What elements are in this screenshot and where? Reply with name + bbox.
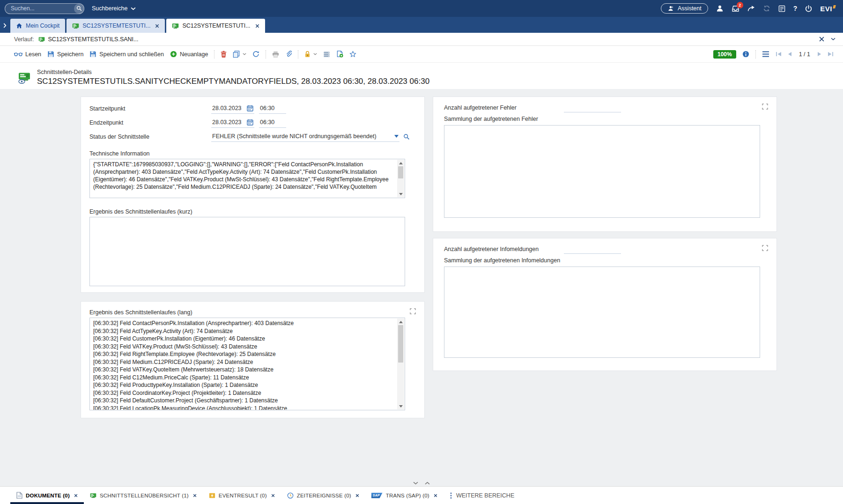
expand-icon[interactable]: [762, 104, 768, 110]
close-history-icon[interactable]: [819, 37, 824, 42]
assistant-button[interactable]: Assistent: [661, 3, 708, 14]
zoom-badge[interactable]: 100%: [713, 50, 736, 59]
status-dropdown[interactable]: FEHLER (Schnittstelle wurde NICHT ordnun…: [211, 132, 399, 142]
tech-info-box[interactable]: {"STARTDATE":1679985030937,"LOGGING":[],…: [89, 159, 405, 198]
print-button[interactable]: [272, 51, 279, 58]
scroll-down-icon[interactable]: [397, 191, 404, 197]
error-count-field[interactable]: [564, 104, 621, 112]
bottom-tab-dokumente[interactable]: DOKUMENTE (0): [10, 487, 84, 504]
scroll-down-icon[interactable]: [397, 403, 404, 409]
refresh-icon: [252, 51, 259, 58]
close-icon[interactable]: [355, 494, 359, 497]
title-block: Schnittstellen-Details SC12SYSTEMTESTUTI…: [37, 69, 429, 86]
close-icon[interactable]: [271, 494, 275, 497]
calendar-icon[interactable]: [247, 119, 253, 126]
notifications-icon[interactable]: 2: [732, 5, 739, 12]
history-label: Verlauf:: [14, 36, 34, 43]
read-button[interactable]: Lesen: [14, 51, 41, 58]
event-icon: [209, 492, 215, 499]
help-icon[interactable]: ?: [793, 5, 798, 12]
menu-icon[interactable]: [762, 51, 769, 57]
scrollbar-track[interactable]: [397, 325, 404, 403]
more-areas-button[interactable]: WEITERE BEREICHE: [444, 487, 521, 504]
lock-button[interactable]: [304, 51, 311, 58]
save-button[interactable]: Speichern: [47, 51, 83, 58]
create-button[interactable]: Neuanlage: [170, 51, 208, 58]
toolbar-divider: [755, 50, 756, 59]
status-label: Status der Schnittstelle: [89, 133, 211, 140]
lock-menu-chevron-icon[interactable]: [313, 53, 317, 55]
tab-interface-2-active[interactable]: SC12SYSTEMTESTUTI...: [166, 19, 265, 33]
sync-icon[interactable]: [763, 5, 770, 12]
add-note-button[interactable]: [336, 51, 343, 58]
copy-menu-chevron-icon[interactable]: [243, 53, 246, 55]
tech-info-label: Technische Information: [81, 150, 424, 157]
first-page-icon[interactable]: [776, 52, 782, 57]
expand-icon[interactable]: [410, 308, 416, 314]
global-search: [5, 3, 84, 14]
bottom-tab-eventresult[interactable]: EVENTRESULT (0): [203, 487, 281, 504]
scrollbar[interactable]: [397, 319, 404, 409]
dropdown-arrow-icon[interactable]: [394, 135, 399, 138]
error-collection-box[interactable]: [444, 125, 760, 218]
bottom-tab-trans-sap[interactable]: SAP TRANS (SAP) (0): [365, 487, 444, 504]
calendar-icon[interactable]: [247, 105, 253, 111]
search-icon[interactable]: [74, 4, 84, 14]
status-lookup-icon[interactable]: [403, 133, 410, 140]
scrollbar-thumb[interactable]: [398, 325, 403, 363]
delete-button[interactable]: [221, 51, 227, 58]
save-and-close-button[interactable]: Speichern und schließen: [89, 51, 164, 58]
prev-page-icon[interactable]: [788, 52, 792, 57]
end-date-field[interactable]: 28.03.2023: [211, 118, 254, 128]
start-date-field[interactable]: 28.03.2023: [211, 104, 254, 114]
last-page-icon[interactable]: [828, 52, 834, 57]
scroll-up-icon[interactable]: [397, 319, 404, 325]
favorite-button[interactable]: [349, 51, 356, 58]
search-input[interactable]: [5, 3, 84, 14]
tab-mein-cockpit[interactable]: Mein Cockpit: [10, 19, 65, 33]
copy-button[interactable]: [233, 51, 240, 58]
server-button[interactable]: [323, 51, 330, 58]
collapse-chevron-up-icon[interactable]: [425, 482, 430, 485]
bottom-tab-schnittstellenuebersicht[interactable]: SCHNITTSTELLENÜBERSICHT (1): [84, 487, 203, 504]
refresh-button[interactable]: [252, 51, 259, 58]
scrollbar-track[interactable]: [397, 166, 404, 191]
save-label: Speichern: [57, 51, 83, 58]
start-time-field[interactable]: 06:30: [259, 104, 286, 114]
application-window: Suchbereiche Assistent 2: [0, 0, 843, 504]
result-long-box[interactable]: [06:30:32] Feld ContactPersonPk.Installa…: [89, 318, 405, 410]
scrollbar-thumb[interactable]: [398, 166, 403, 178]
end-time-field[interactable]: 06:30: [259, 118, 286, 128]
collapse-chevron-down-icon[interactable]: [413, 482, 418, 485]
info-icon[interactable]: [742, 51, 749, 58]
bottom-tab-zeitereignisse[interactable]: ZEITEREIGNISSE (0): [281, 487, 365, 504]
attachment-button[interactable]: [285, 51, 292, 58]
info-collection-box[interactable]: [444, 267, 760, 358]
expand-icon[interactable]: [762, 245, 768, 251]
close-icon[interactable]: [155, 24, 159, 28]
save-and-close-label: Speichern und schließen: [99, 51, 164, 58]
log-line: [06:30:32] Feld Medium.C12PRICEADJ (Spar…: [90, 358, 405, 366]
close-icon[interactable]: [255, 24, 259, 28]
next-page-icon[interactable]: [817, 52, 821, 57]
history-chevron-down-icon[interactable]: [831, 37, 836, 41]
tab-interface-1[interactable]: SC12SYSTEMTESTUTI...: [67, 19, 165, 33]
user-icon[interactable]: [716, 5, 724, 12]
power-icon[interactable]: [805, 5, 812, 12]
scroll-up-icon[interactable]: [397, 160, 404, 166]
history-item[interactable]: SC12SYSTEMTESTUTILS.SANI...: [38, 36, 138, 43]
close-icon[interactable]: [434, 494, 437, 497]
close-icon[interactable]: [74, 494, 78, 497]
log-line: [06:30:32] Feld LocationPk.MeasuringDevi…: [90, 405, 405, 411]
report-icon[interactable]: [778, 5, 785, 12]
tab-overflow-chevron-icon[interactable]: [3, 23, 7, 28]
search-scopes-button[interactable]: Suchbereiche: [92, 5, 136, 12]
scrollbar[interactable]: [397, 160, 404, 197]
close-icon[interactable]: [193, 494, 197, 497]
info-count-field[interactable]: [564, 245, 621, 254]
vertical-dots-icon: [450, 492, 452, 499]
result-short-box[interactable]: [89, 217, 405, 286]
redo-icon[interactable]: [747, 5, 755, 12]
interface-icon: [72, 22, 79, 30]
start-time-value: 06:30: [260, 105, 274, 111]
